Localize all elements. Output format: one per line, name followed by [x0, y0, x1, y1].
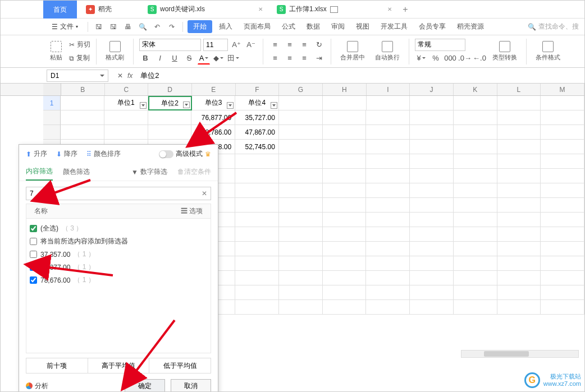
cell[interactable]	[148, 125, 192, 140]
cell[interactable]	[497, 96, 541, 110]
increase-font-icon[interactable]: A⁺	[230, 39, 243, 51]
cell[interactable]	[104, 110, 148, 125]
cell[interactable]	[497, 256, 541, 271]
cell[interactable]	[454, 154, 497, 169]
bold-button[interactable]: B	[139, 52, 152, 64]
cell[interactable]	[366, 271, 410, 285]
cell[interactable]	[61, 110, 104, 125]
cell[interactable]	[454, 169, 497, 183]
cell[interactable]	[497, 213, 541, 227]
cell[interactable]	[323, 110, 367, 125]
align-bottom-icon[interactable]: ≡	[298, 39, 310, 51]
cell[interactable]	[367, 96, 410, 110]
percent-icon[interactable]: %	[429, 52, 442, 64]
copy-button[interactable]: ⧉ 复制	[69, 52, 90, 64]
cell[interactable]	[410, 271, 454, 285]
options-button[interactable]: ☰ 选项	[181, 206, 203, 216]
clear-filter-button[interactable]: 🗑清空条件	[177, 164, 211, 180]
cell[interactable]	[497, 198, 541, 213]
print-icon[interactable]: 🖶	[122, 21, 134, 33]
col-header[interactable]: E	[192, 84, 236, 95]
cell[interactable]: 35,727.00	[235, 110, 279, 125]
cell[interactable]	[410, 300, 454, 315]
select-all-corner[interactable]	[43, 84, 61, 95]
cell[interactable]	[366, 198, 410, 213]
border-button[interactable]: 田	[227, 52, 239, 64]
cell[interactable]: 单位3	[192, 96, 236, 110]
cell[interactable]	[279, 300, 323, 315]
cell[interactable]	[279, 140, 323, 154]
cell[interactable]	[279, 256, 323, 271]
filter-value-item[interactable]: 65,377.00 （ 1 ）	[29, 261, 208, 274]
cell[interactable]	[61, 125, 104, 140]
col-header[interactable]: M	[541, 84, 584, 95]
close-icon[interactable]: ✕	[387, 6, 392, 12]
tab-content-filter[interactable]: 内容筛选	[26, 163, 53, 181]
cell[interactable]	[454, 271, 497, 285]
indent-icon[interactable]: ⇥	[313, 52, 325, 64]
filter-value-checkbox[interactable]	[30, 251, 37, 258]
cell[interactable]	[410, 227, 454, 242]
cell[interactable]: 47,867.00	[235, 125, 279, 140]
cell[interactable]	[454, 285, 497, 300]
cell[interactable]	[497, 271, 541, 285]
cancel-formula-icon[interactable]: ✕	[117, 72, 123, 80]
cell[interactable]	[541, 110, 584, 125]
col-header[interactable]: I	[367, 84, 410, 95]
close-icon[interactable]: ✕	[258, 6, 263, 12]
below-avg-button[interactable]: 低于平均值	[149, 358, 211, 373]
cell[interactable]	[497, 227, 541, 242]
fx-icon[interactable]: fx	[127, 72, 132, 80]
format-painter-button[interactable]: 格式刷	[102, 40, 127, 63]
cell[interactable]	[279, 110, 323, 125]
cell[interactable]	[541, 227, 584, 242]
wrap-text-button[interactable]: 自动换行	[372, 40, 403, 63]
cell[interactable]	[454, 256, 497, 271]
filter-value-checkbox[interactable]	[30, 276, 37, 284]
conditional-format-button[interactable]: 条件格式	[532, 40, 564, 63]
orientation-icon[interactable]: ↻	[313, 39, 325, 51]
font-size-select[interactable]	[203, 39, 228, 51]
fill-color-button[interactable]: ◆	[212, 52, 225, 64]
cell[interactable]: 52,745.00	[235, 140, 279, 154]
analyze-button[interactable]: 分析	[26, 381, 48, 391]
filter-dropdown-icon[interactable]	[140, 102, 147, 109]
inc-decimal-icon[interactable]: .0→	[459, 52, 471, 64]
cell[interactable]	[541, 271, 584, 285]
cell[interactable]	[541, 183, 584, 198]
col-header[interactable]: D	[148, 84, 192, 95]
cell[interactable]	[235, 227, 279, 242]
col-header[interactable]: J	[410, 84, 454, 95]
horizontal-scrollbar[interactable]	[461, 350, 579, 358]
row-header[interactable]: 1	[43, 96, 61, 110]
cell[interactable]: 单位4	[235, 96, 279, 110]
cell[interactable]	[541, 198, 584, 213]
tab-file-1[interactable]: S word关键词.xls ✕	[139, 1, 268, 18]
cell[interactable]	[410, 96, 454, 110]
save-icon[interactable]: 🖫	[93, 21, 105, 33]
font-name-select[interactable]	[139, 39, 201, 51]
cell[interactable]	[410, 140, 454, 154]
italic-button[interactable]: I	[154, 52, 166, 64]
print-preview-icon[interactable]: 🔍	[136, 21, 149, 33]
save-as-icon[interactable]: 🖫	[107, 21, 120, 33]
cell[interactable]	[366, 183, 410, 198]
cell[interactable]	[323, 271, 367, 285]
cell[interactable]	[235, 285, 279, 300]
filter-search-input[interactable]	[26, 187, 211, 200]
cell[interactable]	[235, 256, 279, 271]
cell[interactable]	[541, 213, 584, 227]
cell[interactable]	[279, 125, 323, 140]
cell[interactable]	[366, 125, 410, 140]
decrease-font-icon[interactable]: A⁻	[245, 39, 257, 51]
cell[interactable]	[323, 169, 367, 183]
font-color-button[interactable]: A	[198, 52, 210, 64]
cell[interactable]	[410, 213, 454, 227]
cell[interactable]	[410, 256, 454, 271]
cell[interactable]	[279, 169, 323, 183]
menu-data[interactable]: 数据	[302, 20, 325, 34]
cell[interactable]	[279, 154, 323, 169]
cell[interactable]	[323, 256, 367, 271]
cell[interactable]: 76,877.00	[191, 110, 235, 125]
filter-value-item[interactable]: 78,676.00 （ 1 ）	[29, 274, 208, 287]
